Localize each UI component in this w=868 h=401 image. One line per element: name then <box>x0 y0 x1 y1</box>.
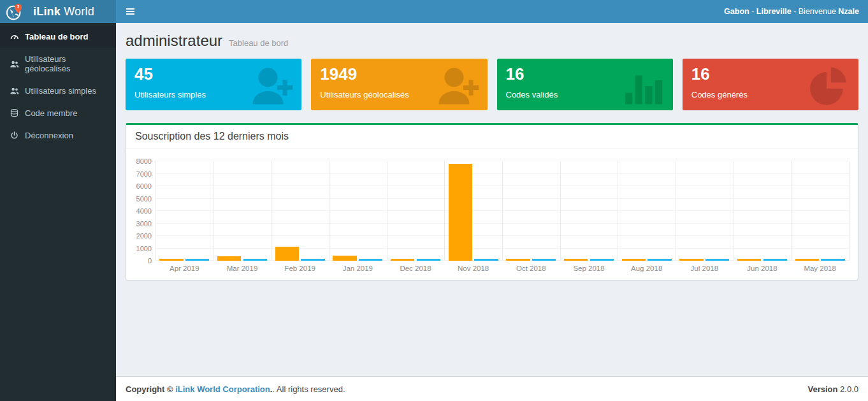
sidebar-item-label: Utilisateurs géolocalisés <box>25 54 106 73</box>
stat-card-codes-generes[interactable]: 16 Codes générés <box>683 59 858 110</box>
bars-icon <box>126 7 134 16</box>
user-name: Nzale <box>838 7 859 16</box>
x-tick-label: May 2018 <box>804 265 836 272</box>
vertical-gridline <box>329 161 329 261</box>
vertical-gridline <box>676 161 676 261</box>
chart-y-axis: 010002000300040005000600070008000 <box>133 161 156 261</box>
x-tick-label: Jan 2019 <box>343 265 373 272</box>
x-tick-label: Jun 2018 <box>747 265 777 272</box>
user-plus-icon <box>434 63 480 109</box>
database-icon <box>10 108 19 118</box>
bar-orange-jan-2019[interactable] <box>333 256 356 261</box>
top-navbar: $ iLink World Gabon - Libreville - Bienv… <box>0 0 868 23</box>
vertical-gridline <box>271 161 271 261</box>
greeting-text: Bienvenue <box>799 7 839 16</box>
y-tick-label: 1000 <box>136 245 152 252</box>
x-tick-label: Nov 2018 <box>458 265 489 272</box>
vertical-gridline <box>734 161 734 261</box>
x-tick-label: Dec 2018 <box>400 265 431 272</box>
subscriptions-chart-panel: Souscription des 12 derniers mois 010002… <box>126 123 858 281</box>
dashboard-icon <box>10 32 19 41</box>
x-tick-label: Sep 2018 <box>573 265 604 272</box>
vertical-gridline <box>618 161 618 261</box>
y-tick-label: 6000 <box>136 182 152 190</box>
footer: Copyright © iLink World Corporation.. Al… <box>116 376 868 401</box>
page-subtitle: Tableau de bord <box>229 38 288 48</box>
sidebar-item-label: Utilisateurs simples <box>25 86 96 96</box>
stat-card-codes-valides[interactable]: 16 Codes validés <box>497 59 673 110</box>
page-title: administrateur <box>126 32 222 50</box>
bar-chart-icon <box>619 63 665 109</box>
stat-card-utilisateurs-geolocalises[interactable]: 1949 Utilisateurs géolocalisés <box>311 59 487 110</box>
version-text: Version 2.0.0 <box>808 384 859 394</box>
sidebar-toggle-button[interactable] <box>116 0 144 23</box>
vertical-gridline <box>444 161 445 261</box>
y-tick-label: 8000 <box>136 157 152 165</box>
vertical-gridline <box>156 161 156 261</box>
x-tick-label: Oct 2018 <box>516 265 546 272</box>
sidebar-item-utilisateurs-geolocalises[interactable]: Utilisateurs géolocalisés <box>0 48 116 80</box>
main-content: administrateur Tableau de bord 45 Utilis… <box>116 23 868 376</box>
y-tick-label: 0 <box>148 257 152 265</box>
user-plus-icon <box>248 63 294 109</box>
users-icon <box>10 86 19 96</box>
sidebar-item-label: Déconnexion <box>25 131 73 140</box>
chart-panel-title: Souscription des 12 derniers mois <box>126 125 858 149</box>
navbar: Gabon - Libreville - Bienvenue Nzale <box>116 0 868 23</box>
vertical-gridline <box>560 161 561 261</box>
app-window: $ iLink World Gabon - Libreville - Bienv… <box>0 0 868 401</box>
brand-area[interactable]: $ iLink World <box>0 0 116 23</box>
sidebar-item-code-membre[interactable]: Code membre <box>0 102 116 124</box>
chart-x-axis: Apr 2019Mar 2019Feb 2019Jan 2019Dec 2018… <box>156 261 849 275</box>
vertical-gridline <box>849 161 850 261</box>
y-tick-label: 3000 <box>136 220 152 228</box>
sidebar-menu: Tableau de bord Utilisateurs géolocalisé… <box>0 23 116 147</box>
bar-orange-feb-2019[interactable] <box>275 247 299 261</box>
x-tick-label: Jul 2018 <box>691 265 718 272</box>
bar-orange-mar-2019[interactable] <box>217 256 241 261</box>
user-city: Libreville <box>756 7 792 16</box>
bar-chart[interactable]: 010002000300040005000600070008000 <box>133 155 849 261</box>
copyright-text: Copyright © iLink World Corporation.. Al… <box>126 384 345 394</box>
sidebar: Tableau de bord Utilisateurs géolocalisé… <box>0 23 116 401</box>
globe-pin-logo-icon: $ <box>5 3 24 22</box>
company-link[interactable]: iLink World Corporation <box>175 384 270 394</box>
chart-panel-body: 010002000300040005000600070008000 Apr 20… <box>126 149 858 280</box>
users-icon <box>10 59 19 69</box>
stat-cards-row: 45 Utilisateurs simples 1949 Utilisateur… <box>126 59 858 110</box>
sidebar-item-tableau-de-bord[interactable]: Tableau de bord <box>0 26 116 48</box>
x-tick-label: Mar 2019 <box>227 265 258 272</box>
sidebar-item-label: Code membre <box>25 108 77 118</box>
stat-card-utilisateurs-simples[interactable]: 45 Utilisateurs simples <box>126 59 301 110</box>
x-tick-label: Feb 2019 <box>284 265 315 272</box>
brand-title: iLink World <box>33 5 94 18</box>
power-icon <box>10 131 19 140</box>
sidebar-item-utilisateurs-simples[interactable]: Utilisateurs simples <box>0 80 116 102</box>
vertical-gridline <box>502 161 503 261</box>
y-tick-label: 7000 <box>136 170 152 178</box>
page-header: administrateur Tableau de bord <box>126 32 858 50</box>
bar-orange-nov-2018[interactable] <box>449 164 472 261</box>
sidebar-item-deconnexion[interactable]: Déconnexion <box>0 124 116 147</box>
user-greeting[interactable]: Gabon - Libreville - Bienvenue Nzale <box>724 7 868 16</box>
x-tick-label: Aug 2018 <box>631 265 662 272</box>
vertical-gridline <box>213 161 214 261</box>
x-tick-label: Apr 2019 <box>170 265 199 272</box>
user-country: Gabon <box>724 7 749 16</box>
pie-chart-icon <box>805 63 851 109</box>
vertical-gridline <box>791 161 792 261</box>
sidebar-item-label: Tableau de bord <box>25 32 88 41</box>
y-tick-label: 4000 <box>136 207 152 215</box>
y-tick-label: 2000 <box>136 232 152 240</box>
chart-plot-area <box>156 161 849 261</box>
y-tick-label: 5000 <box>136 195 152 203</box>
vertical-gridline <box>387 161 387 261</box>
